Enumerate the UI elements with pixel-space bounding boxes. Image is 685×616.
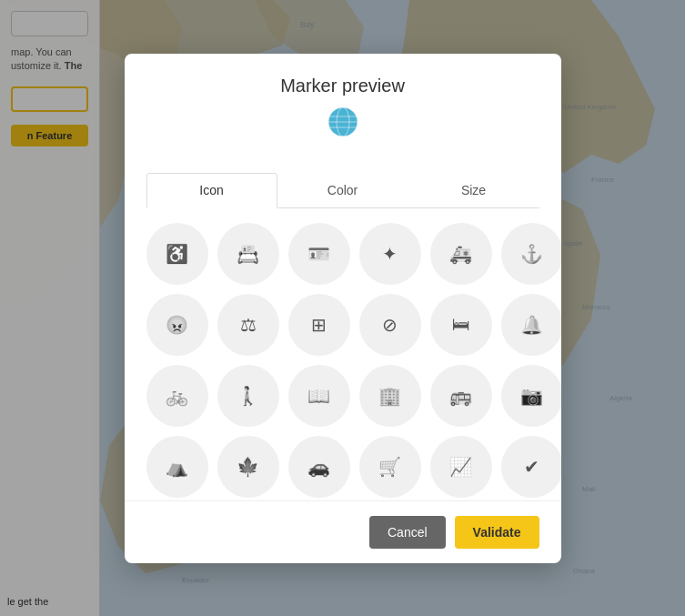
icon-grid-container[interactable]: ♿📇🪪✦🚑⚓😠⚖⊞⊘🛏🔔🚲🚶📖🏢🚌📷⛺🍁🚗🛒📈✔ (125, 208, 561, 500)
checkmark-icon[interactable]: ✔ (501, 436, 561, 498)
airbnb-icon[interactable]: ✦ (359, 223, 421, 285)
leaf-icon[interactable]: 🍁 (217, 436, 279, 498)
cart-icon[interactable]: 🛒 (359, 436, 421, 498)
building-icon[interactable]: 🏢 (359, 365, 421, 427)
angry-face-icon[interactable]: 😠 (146, 294, 208, 356)
ambulance-icon[interactable]: 🚑 (430, 223, 492, 285)
contact-card-icon[interactable]: 🪪 (288, 223, 350, 285)
barcode-icon[interactable]: ⊞ (288, 294, 350, 356)
book-icon[interactable]: 📖 (288, 365, 350, 427)
walking-icon[interactable]: 🚶 (217, 365, 279, 427)
ban-icon[interactable]: ⊘ (359, 294, 421, 356)
chart-icon[interactable]: 📈 (430, 436, 492, 498)
cancel-button[interactable]: Cancel (369, 516, 446, 549)
wheelchair-icon[interactable]: ♿ (146, 223, 208, 285)
bed-icon[interactable]: 🛏 (430, 294, 492, 356)
validate-button[interactable]: Validate (455, 516, 539, 549)
bicycle-icon[interactable]: 🚲 (146, 365, 208, 427)
modal-overlay: Marker preview Icon Color Size (0, 0, 685, 616)
anchor-icon[interactable]: ⚓ (501, 223, 561, 285)
tab-size[interactable]: Size (408, 173, 539, 207)
address-book-icon[interactable]: 📇 (217, 223, 279, 285)
bell-icon[interactable]: 🔔 (501, 294, 561, 356)
modal-title: Marker preview (146, 76, 539, 96)
icon-grid: ♿📇🪪✦🚑⚓😠⚖⊞⊘🛏🔔🚲🚶📖🏢🚌📷⛺🍁🚗🛒📈✔ (146, 223, 539, 498)
modal-header: Marker preview (125, 54, 561, 173)
camping-icon[interactable]: ⛺ (146, 436, 208, 498)
tabs: Icon Color Size (146, 173, 539, 208)
camera-icon[interactable]: 📷 (501, 365, 561, 427)
tab-color[interactable]: Color (277, 173, 408, 207)
marker-preview-modal: Marker preview Icon Color Size (125, 54, 561, 563)
modal-footer: Cancel Validate (125, 500, 561, 563)
balance-scale-icon[interactable]: ⚖ (217, 294, 279, 356)
bus-icon[interactable]: 🚌 (430, 365, 492, 427)
modal-marker-preview (146, 106, 539, 151)
car-icon[interactable]: 🚗 (288, 436, 350, 498)
tab-icon[interactable]: Icon (146, 173, 277, 208)
